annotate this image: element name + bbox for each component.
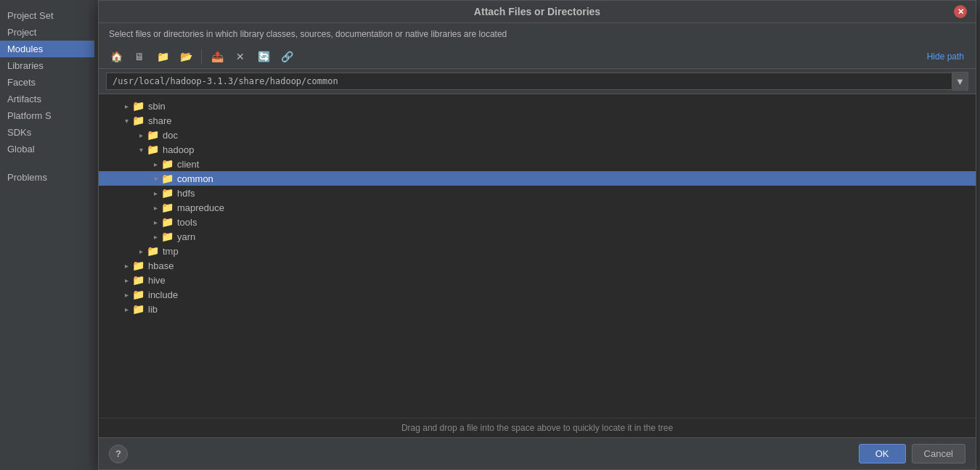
- tree-node-common[interactable]: ▾ 📁 common: [99, 171, 976, 186]
- folder-icon: 📁: [132, 260, 144, 271]
- toolbar-upload-button[interactable]: 📤: [207, 48, 227, 65]
- folder-icon: 📁: [132, 289, 144, 300]
- tree-node-label: include: [148, 289, 178, 300]
- tree-node-label: lib: [148, 304, 158, 315]
- cancel-button[interactable]: Cancel: [912, 444, 965, 463]
- footer-actions: OK Cancel: [859, 444, 965, 463]
- tree-node-label: doc: [163, 130, 178, 141]
- tree-node-label: tmp: [163, 246, 179, 257]
- tree-arrow: ▾: [121, 117, 132, 125]
- tree-arrow: ▸: [121, 305, 132, 313]
- sidebar-item-global[interactable]: Global: [0, 141, 94, 157]
- sidebar-item-libraries[interactable]: Libraries: [0, 57, 94, 74]
- tree-node-label: mapreduce: [177, 202, 224, 213]
- path-row: ▼: [99, 69, 976, 94]
- tree-arrow: ▾: [135, 146, 147, 154]
- folder-icon: 📁: [132, 274, 144, 286]
- help-button[interactable]: ?: [109, 445, 128, 463]
- tree-node-label: hdfs: [177, 188, 195, 199]
- tree-arrow: ▸: [121, 291, 132, 299]
- close-button[interactable]: ✕: [954, 5, 967, 18]
- toolbar-separator-1: [201, 49, 202, 64]
- tree-arrow: ▸: [135, 247, 147, 255]
- tree-node-share[interactable]: ▾ 📁 share: [99, 113, 976, 128]
- folder-icon: 📁: [161, 216, 173, 228]
- tree-node-label: sbin: [148, 101, 166, 112]
- toolbar-folder-button[interactable]: 📁: [152, 48, 173, 65]
- toolbar-desktop-button[interactable]: 🖥: [129, 48, 150, 65]
- dialog-titlebar: Attach Files or Directories ✕: [99, 1, 976, 23]
- tree-arrow: ▸: [150, 233, 161, 241]
- tree-node-hbase[interactable]: ▸ 📁 hbase: [99, 258, 976, 273]
- tree-arrow: ▸: [135, 131, 147, 139]
- tree-node-label: hive: [148, 275, 166, 286]
- toolbar: 🏠 🖥 📁 📂 📤 ✕ 🔄 🔗 Hide path: [99, 45, 976, 69]
- toolbar-refresh-button[interactable]: 🔄: [253, 48, 274, 65]
- tree-node-doc[interactable]: ▸ 📁 doc: [99, 128, 976, 142]
- ok-button[interactable]: OK: [859, 444, 906, 463]
- sidebar-item-platform-settings[interactable]: Platform S: [0, 107, 94, 124]
- folder-icon: 📁: [161, 158, 173, 170]
- dialog-title: Attach Files or Directories: [121, 6, 954, 17]
- folder-icon: 📁: [161, 231, 173, 242]
- tree-node-tmp[interactable]: ▸ 📁 tmp: [99, 244, 976, 258]
- toolbar-home-button[interactable]: 🏠: [106, 48, 126, 65]
- hide-path-button[interactable]: Hide path: [923, 50, 968, 63]
- tree-arrow: ▸: [150, 218, 161, 226]
- folder-icon: 📁: [147, 129, 159, 141]
- tree-node-tools[interactable]: ▸ 📁 tools: [99, 215, 976, 229]
- tree-arrow: ▸: [150, 189, 161, 197]
- sidebar-item-project-set[interactable]: Project Set: [0, 7, 94, 24]
- tree-area[interactable]: ▸ 📁 sbin ▾ 📁 share ▸ 📁 doc ▾ 📁 hadoop ▸ …: [99, 94, 976, 418]
- dialog-footer: ? OK Cancel: [99, 437, 976, 469]
- sidebar-item-sdks[interactable]: SDKs: [0, 124, 94, 141]
- toolbar-link-button[interactable]: 🔗: [277, 48, 297, 65]
- tree-node-client[interactable]: ▸ 📁 client: [99, 157, 976, 171]
- tree-arrow: ▸: [121, 276, 132, 284]
- sidebar-item-artifacts[interactable]: Artifacts: [0, 91, 94, 107]
- sidebar-item-problems[interactable]: Problems: [0, 169, 94, 186]
- tree-arrow: ▸: [121, 262, 132, 270]
- dialog-backdrop: Attach Files or Directories ✕ Select fil…: [94, 0, 980, 470]
- folder-icon: 📁: [132, 100, 144, 112]
- sidebar-divider: [0, 157, 94, 169]
- tree-node-label: tools: [177, 217, 197, 228]
- tree-node-label: yarn: [177, 231, 195, 242]
- tree-arrow: ▸: [150, 160, 161, 168]
- folder-icon: 📁: [161, 202, 173, 213]
- folder-icon: 📁: [147, 144, 159, 155]
- folder-icon: 📁: [132, 115, 144, 126]
- tree-node-sbin[interactable]: ▸ 📁 sbin: [99, 99, 976, 113]
- tree-node-hadoop[interactable]: ▾ 📁 hadoop: [99, 142, 976, 157]
- tree-node-mapreduce[interactable]: ▸ 📁 mapreduce: [99, 200, 976, 215]
- sidebar-item-facets[interactable]: Facets: [0, 74, 94, 91]
- tree-arrow: ▾: [150, 175, 161, 183]
- drag-hint: Drag and drop a file into the space abov…: [99, 418, 976, 437]
- path-input[interactable]: [106, 73, 952, 90]
- tree-node-yarn[interactable]: ▸ 📁 yarn: [99, 229, 976, 244]
- tree-node-lib[interactable]: ▸ 📁 lib: [99, 302, 976, 316]
- tree-arrow: ▸: [150, 204, 161, 212]
- tree-node-hdfs[interactable]: ▸ 📁 hdfs: [99, 186, 976, 200]
- tree-node-label: share: [148, 115, 172, 126]
- tree-node-label: hbase: [148, 260, 173, 271]
- sidebar: Project Set Project Modules Libraries Fa…: [0, 0, 94, 470]
- tree-node-label: hadoop: [163, 144, 194, 155]
- toolbar-delete-button[interactable]: ✕: [230, 48, 250, 65]
- dialog: Attach Files or Directories ✕ Select fil…: [98, 0, 976, 470]
- folder-icon: 📁: [147, 245, 159, 257]
- sidebar-item-modules[interactable]: Modules: [0, 41, 94, 57]
- folder-icon: 📁: [161, 173, 173, 184]
- tree-node-include[interactable]: ▸ 📁 include: [99, 287, 976, 302]
- sidebar-item-project[interactable]: Project: [0, 24, 94, 41]
- tree-arrow: ▸: [121, 102, 132, 110]
- folder-icon: 📁: [161, 187, 173, 199]
- tree-node-hive[interactable]: ▸ 📁 hive: [99, 273, 976, 287]
- path-dropdown-button[interactable]: ▼: [952, 72, 968, 91]
- tree-node-label: client: [177, 159, 199, 170]
- toolbar-open-folder-button[interactable]: 📂: [176, 48, 196, 65]
- folder-icon: 📁: [132, 303, 144, 315]
- dialog-subtitle: Select files or directories in which lib…: [99, 23, 976, 45]
- tree-node-label: common: [177, 173, 213, 184]
